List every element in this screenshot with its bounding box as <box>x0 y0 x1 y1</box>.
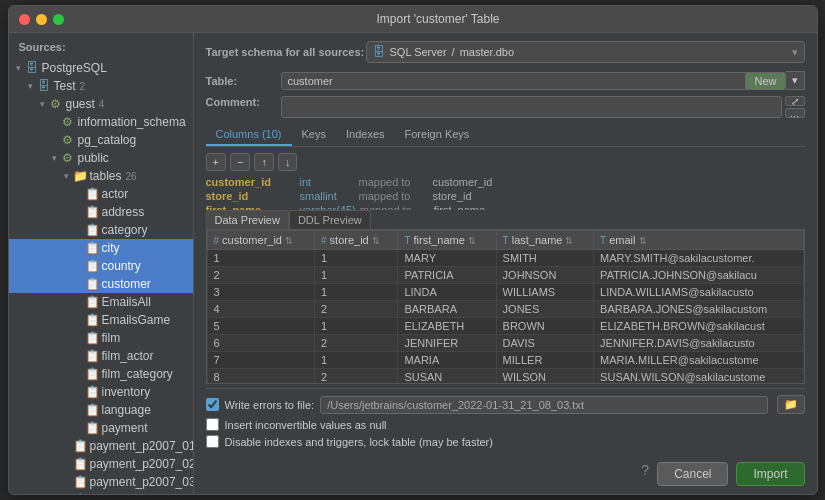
expand-button[interactable]: ▾ <box>786 71 805 90</box>
table-icon: 📋 <box>85 313 99 327</box>
tab-keys[interactable]: Keys <box>292 124 336 146</box>
preview-cell: 3 <box>207 284 315 301</box>
table-icon: 📋 <box>85 331 99 345</box>
preview-tab-data[interactable]: Data Preview <box>206 210 289 229</box>
comment-action-btn[interactable]: … <box>785 108 805 118</box>
tree-item-information_schema[interactable]: ⚙information_schema <box>9 113 193 131</box>
errors-file-input[interactable] <box>320 396 767 414</box>
preview-col-header[interactable]: #store_id⇅ <box>315 231 398 250</box>
tree-item-payment_p2007_04[interactable]: 📋payment_p2007_04 <box>9 491 193 494</box>
tree-item-actor[interactable]: 📋actor <box>9 185 193 203</box>
import-button[interactable]: Import <box>736 462 804 486</box>
browse-file-btn[interactable]: 📁 <box>777 395 805 414</box>
tree-item-customer[interactable]: 📋customer <box>9 275 193 293</box>
preview-cell: BARBARA.JONES@sakilacustom <box>594 301 803 318</box>
tree-item-film_actor[interactable]: 📋film_actor <box>9 347 193 365</box>
tree-item-tables[interactable]: ▾📁tables26 <box>9 167 193 185</box>
comment-row-form: Comment: ⤢ … <box>206 96 805 118</box>
mapping-source: store_id <box>206 190 296 202</box>
preview-col-header[interactable]: Tfirst_name⇅ <box>398 231 496 250</box>
tree-item-payment[interactable]: 📋payment <box>9 419 193 437</box>
tree-item-label: payment <box>102 421 148 435</box>
preview-cell: 6 <box>207 335 315 352</box>
sources-panel: Sources: ▾🗄PostgreSQL▾🗄Test2▾⚙guest4⚙inf… <box>9 33 194 494</box>
preview-col-header[interactable]: #customer_id⇅ <box>207 231 315 250</box>
tab-foreign-keys[interactable]: Foreign Keys <box>395 124 480 146</box>
table-icon: 📋 <box>73 439 87 453</box>
insert-null-checkbox[interactable] <box>206 418 219 431</box>
preview-cell: BARBARA <box>398 301 496 318</box>
tree-item-public[interactable]: ▾⚙public <box>9 149 193 167</box>
preview-cell: JENNIFER <box>398 335 496 352</box>
tree-item-city[interactable]: 📋city <box>9 239 193 257</box>
preview-data-row: 21PATRICIAJOHNSONPATRICIA.JOHNSON@sakila… <box>207 267 803 284</box>
maximize-traffic-light[interactable] <box>53 14 64 25</box>
add-column-btn[interactable]: + <box>206 153 226 171</box>
tree-item-emailsgame[interactable]: 📋EmailsGame <box>9 311 193 329</box>
disable-indexes-row: Disable indexes and triggers, lock table… <box>206 435 805 448</box>
cancel-button[interactable]: Cancel <box>657 462 728 486</box>
new-button[interactable]: New <box>746 72 785 90</box>
tree-item-label: information_schema <box>78 115 186 129</box>
col-type-icon: T <box>600 235 606 246</box>
tree-item-badge: 4 <box>99 99 105 110</box>
sort-icon: ⇅ <box>372 236 380 246</box>
schema-icon: ⚙ <box>49 97 63 111</box>
comment-input[interactable] <box>281 96 782 118</box>
preview-cell: 1 <box>315 284 398 301</box>
tree-item-pg_catalog[interactable]: ⚙pg_catalog <box>9 131 193 149</box>
preview-cell: SUSAN.WILSON@sakilacustome <box>594 369 803 385</box>
tab-columns[interactable]: Columns (10) <box>206 124 292 146</box>
modal-title: Import 'customer' Table <box>70 12 807 26</box>
server-icon: 🗄 <box>373 45 385 59</box>
preview-cell: 2 <box>207 267 315 284</box>
tree-item-payment_p2007_01[interactable]: 📋payment_p2007_01 <box>9 437 193 455</box>
help-icon[interactable]: ? <box>641 462 649 486</box>
tree-item-payment_p2007_02[interactable]: 📋payment_p2007_02 <box>9 455 193 473</box>
bottom-section: Write errors to file: 📁 Insert inconvert… <box>206 388 805 458</box>
tree-item-emailsall[interactable]: 📋EmailsAll <box>9 293 193 311</box>
footer-buttons: ? Cancel Import <box>206 458 805 486</box>
preview-data-row: 11MARYSMITHMARY.SMITH@sakilacustomer. <box>207 250 803 267</box>
preview-col-header[interactable]: Tlast_name⇅ <box>496 231 594 250</box>
tree-item-inventory[interactable]: 📋inventory <box>9 383 193 401</box>
preview-data-row: 42BARBARAJONESBARBARA.JONES@sakilacustom <box>207 301 803 318</box>
move-down-btn[interactable]: ↓ <box>278 153 298 171</box>
remove-column-btn[interactable]: − <box>230 153 250 171</box>
tree-arrow-icon: ▾ <box>61 171 73 181</box>
tree-item-guest[interactable]: ▾⚙guest4 <box>9 95 193 113</box>
close-traffic-light[interactable] <box>19 14 30 25</box>
tab-indexes[interactable]: Indexes <box>336 124 395 146</box>
preview-tab-ddl[interactable]: DDL Preview <box>289 210 371 229</box>
preview-col-header[interactable]: Temail⇅ <box>594 231 803 250</box>
tree-item-film[interactable]: 📋film <box>9 329 193 347</box>
sort-icon: ⇅ <box>565 236 573 246</box>
tree-item-language[interactable]: 📋language <box>9 401 193 419</box>
preview-cell: BROWN <box>496 318 594 335</box>
tree-item-category[interactable]: 📋category <box>9 221 193 239</box>
move-up-btn[interactable]: ↑ <box>254 153 274 171</box>
tree-item-postgresql[interactable]: ▾🗄PostgreSQL <box>9 59 193 77</box>
preview-cell: LINDA <box>398 284 496 301</box>
tree-item-film_category[interactable]: 📋film_category <box>9 365 193 383</box>
schema-label: Target schema for all sources: <box>206 46 366 58</box>
preview-tbody: 11MARYSMITHMARY.SMITH@sakilacustomer.21P… <box>207 250 803 385</box>
table-input[interactable] <box>281 72 747 90</box>
sort-icon: ⇅ <box>285 236 293 246</box>
comment-expand-btn[interactable]: ⤢ <box>785 96 805 106</box>
tree-item-test[interactable]: ▾🗄Test2 <box>9 77 193 95</box>
tree-item-payment_p2007_03[interactable]: 📋payment_p2007_03 <box>9 473 193 491</box>
preview-cell: 8 <box>207 369 315 385</box>
errors-checkbox[interactable] <box>206 398 219 411</box>
schema-server: SQL Server <box>390 46 447 58</box>
tree-item-address[interactable]: 📋address <box>9 203 193 221</box>
schema-select[interactable]: 🗄 SQL Server / master.dbo ▾ <box>366 41 805 63</box>
preview-cell: 2 <box>315 301 398 318</box>
schema-icon: ⚙ <box>61 115 75 129</box>
table-icon: 📋 <box>85 349 99 363</box>
tree-item-country[interactable]: 📋country <box>9 257 193 275</box>
disable-indexes-checkbox[interactable] <box>206 435 219 448</box>
preview-data-row: 71MARIAMILLERMARIA.MILLER@sakilacustome <box>207 352 803 369</box>
minimize-traffic-light[interactable] <box>36 14 47 25</box>
col-type-icon: T <box>503 235 509 246</box>
